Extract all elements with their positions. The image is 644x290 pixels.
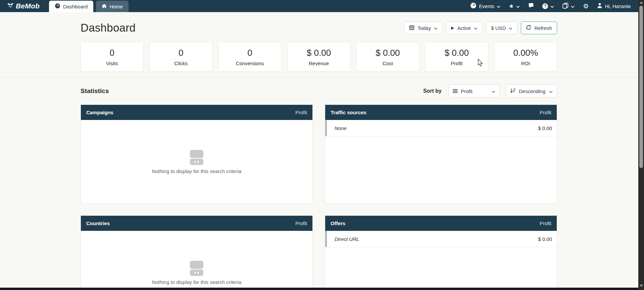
stat-card-cost: $ 0.00 Cost — [356, 42, 419, 72]
help-menu[interactable]: ? — [542, 3, 554, 9]
panel-countries: Countries Profit Nothing to display for … — [81, 215, 313, 290]
panel-traffic-sources: Traffic sources Profit None$ 0.00 — [325, 105, 557, 203]
section-divider — [0, 77, 638, 78]
chevron-down-icon — [509, 25, 512, 31]
gauge-icon — [55, 3, 60, 10]
panel-body: Nothing to display for this search crite… — [81, 120, 312, 203]
home-icon — [102, 4, 107, 9]
list-item[interactable]: Direct URL$ 0.00 — [325, 231, 557, 247]
stat-value: 0 — [109, 48, 114, 58]
row-name: None — [335, 125, 347, 131]
date-range-button[interactable]: Today — [404, 22, 443, 34]
panel-body: Nothing to display for this search crite… — [81, 231, 312, 290]
stat-card-conversions: 0 Conversions — [218, 42, 281, 72]
scrollbar-down-arrow[interactable] — [640, 285, 643, 287]
scrollbar-thumb[interactable] — [639, 6, 643, 168]
chevron-down-icon — [549, 88, 553, 94]
statistics-heading: Statistics — [81, 87, 109, 95]
bemob-logo[interactable]: BeMob — [7, 2, 40, 10]
calendar-icon — [409, 25, 414, 31]
scrollbar-up-arrow[interactable] — [640, 1, 643, 4]
panel-header: Countries Profit — [81, 216, 312, 231]
vertical-scrollbar[interactable] — [638, 0, 644, 290]
status-filter-button[interactable]: ▶ Active — [446, 22, 483, 34]
user-menu[interactable]: Hi, Наталія — [597, 3, 631, 9]
sort-controls: Sort by Profit Descending — [423, 84, 557, 98]
events-menu[interactable]: Events — [470, 2, 500, 10]
stat-label: ROI — [521, 60, 530, 66]
play-icon: ▶ — [451, 26, 454, 30]
workspace-menu[interactable] — [562, 3, 575, 10]
chevron-down-icon — [474, 25, 478, 31]
tab-label: Home — [109, 4, 123, 9]
favorites-menu[interactable]: ★ — [509, 3, 520, 9]
tab-dashboard[interactable]: Dashboard — [49, 1, 93, 12]
refresh-button[interactable]: Refresh — [521, 22, 557, 34]
bars-icon — [453, 88, 458, 94]
topbar: BeMob Dashboard Home Events ★ — [0, 0, 644, 12]
statistics-panels: Campaigns Profit Nothing to display for … — [81, 105, 557, 290]
stat-card-profit: $ 0.00 Profit — [425, 42, 488, 72]
stat-value: 0 — [247, 48, 252, 58]
list-item[interactable]: None$ 0.00 — [325, 120, 557, 136]
empty-cards-icon — [190, 150, 203, 165]
stat-value: $ 0.00 — [307, 48, 331, 58]
panel-metric-label: Profit — [540, 220, 551, 226]
user-icon — [597, 3, 602, 9]
events-label: Events — [479, 3, 494, 9]
panel-metric-label: Profit — [295, 220, 307, 226]
panel-header: Traffic sources Profit — [325, 105, 557, 120]
stat-card-revenue: $ 0.00 Revenue — [287, 42, 350, 72]
stat-label: Profit — [451, 60, 462, 66]
stat-card-clicks: 0 Clicks — [149, 42, 212, 72]
panel-metric-label: Profit — [295, 110, 307, 115]
stat-label: Conversions — [236, 60, 264, 66]
stat-value: 0.00% — [513, 48, 538, 58]
date-range-label: Today — [417, 25, 431, 31]
row-name: Direct URL — [335, 236, 359, 242]
chat-icon — [528, 3, 534, 9]
question-circle-icon: ? — [542, 3, 548, 9]
panel-title: Traffic sources — [331, 110, 366, 115]
topbar-actions: Events ★ ? ⚙ Hi, На — [470, 2, 644, 10]
empty-state-text: Nothing to display for this search crite… — [152, 168, 242, 174]
sort-by-label: Sort by — [423, 88, 442, 94]
panel-title: Offers — [331, 220, 345, 226]
currency-button[interactable]: $ USD — [486, 22, 517, 34]
panel-body: Direct URL$ 0.00 — [325, 231, 557, 290]
tab-label: Dashboard — [63, 4, 88, 9]
currency-label: $ USD — [491, 25, 506, 31]
star-icon: ★ — [509, 3, 514, 9]
chevron-down-icon — [497, 3, 500, 9]
stat-card-visits: 0 Visits — [81, 42, 143, 72]
brand-name: BeMob — [16, 2, 40, 10]
stack-icon — [562, 3, 568, 10]
sort-order-select[interactable]: Descending — [506, 84, 557, 98]
sort-descending-icon — [510, 88, 516, 94]
page-title: Dashboard — [81, 22, 136, 34]
feedback-button[interactable] — [528, 3, 534, 9]
empty-state: Nothing to display for this search crite… — [81, 120, 312, 203]
panel-title: Countries — [86, 220, 110, 226]
main-content: Dashboard Today ▶ Active $ USD — [0, 12, 638, 290]
panel-header: Offers Profit — [325, 216, 557, 231]
refresh-icon — [526, 25, 531, 31]
chevron-down-icon — [550, 3, 554, 9]
panel-body: None$ 0.00 — [325, 120, 557, 203]
user-greeting: Hi, Наталія — [605, 3, 631, 9]
bottom-edge-strip — [0, 288, 638, 290]
empty-state: Nothing to display for this search crite… — [81, 231, 312, 290]
sort-field-value: Profit — [461, 88, 473, 94]
chevron-down-icon — [571, 3, 575, 9]
sort-field-select[interactable]: Profit — [448, 84, 500, 98]
stat-value: $ 0.00 — [445, 48, 469, 58]
empty-cards-icon — [190, 261, 203, 276]
stat-value: 0 — [179, 48, 183, 58]
settings-button[interactable]: ⚙ — [583, 3, 589, 9]
panel-campaigns: Campaigns Profit Nothing to display for … — [81, 105, 313, 203]
stat-label: Revenue — [309, 60, 329, 66]
status-filter-label: Active — [457, 25, 471, 31]
chevron-down-icon — [434, 25, 438, 31]
stat-label: Cost — [383, 60, 393, 66]
tab-home[interactable]: Home — [96, 1, 129, 12]
